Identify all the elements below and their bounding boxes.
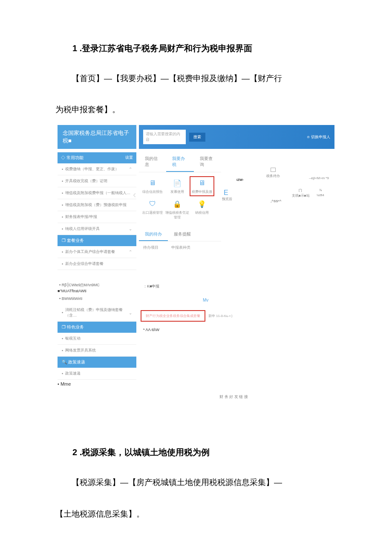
icon-cell-vat-cert[interactable]: 🔒 增值税税务凭证管理 (165, 198, 189, 221)
gear-icon[interactable]: 设置 (125, 155, 133, 161)
section2-heading: 2 .税源采集，以城镇土地使用税为例 (72, 447, 392, 458)
icon-label: 增值税税务凭证管理 (165, 210, 189, 220)
scatter-frac: ⅞ (319, 188, 322, 192)
right-scatter: iZW· 税务待办 --eβ<M>m *9 E 预览后 ,^SS*^ [°] 支… (224, 152, 334, 270)
sidebar-section-special: ❐ 特色业务 (58, 322, 136, 333)
report-icon: 🖥 (196, 178, 208, 188)
sidebar-item[interactable]: 网络发票开具系统 (58, 345, 136, 357)
sidebar-item[interactable]: 新办个体工商户综合申请套餐 (58, 246, 136, 258)
scatter-box-label: 税务待办 (266, 174, 280, 178)
top-banner: 念国家税务总局江苏省电子税■ 请输入需要搜索的内容 搜索 ⊙ 切换申报人 (58, 125, 334, 149)
mv-text: Mv (203, 298, 334, 302)
scatter-topsmall: [°] (299, 188, 302, 192)
site-title-banner: 念国家税务总局江苏省电子税■ (58, 125, 136, 149)
section2-instruction-line2: 【土地税源信息采集】。 (55, 503, 337, 525)
sidebar-item[interactable]: 税费缴纳（申报、更正、作废） (58, 163, 136, 175)
lower-right-col: ：K■申报 Mv 财产行为税全业务税务综合集成套餐 新申 11-0-t¼-<｝ … (139, 282, 334, 380)
search-button[interactable]: 搜索 (189, 133, 205, 142)
sidebar-item[interactable]: 政策速递 (58, 368, 136, 380)
search-input[interactable]: 请输入需要搜索的内容 (143, 130, 186, 144)
sidebar-item[interactable]: 纳税人信用评级开具 (58, 223, 136, 235)
tab-my-info[interactable]: 我的信息 (139, 152, 166, 172)
banner-right: 请输入需要搜索的内容 搜索 ⊙ 切换申报人 (139, 125, 334, 149)
sub-tabs: 我的待办 服务提醒 (139, 228, 221, 241)
icon-label: 税费申报及缴 (190, 189, 214, 194)
sidebar-section-package: ❐ 套餐业务 (58, 235, 136, 246)
sub-row: 待办项目 申报表种类 (139, 241, 221, 254)
icon-cell-credit[interactable]: 💡 纳税信用 (190, 198, 214, 221)
sidebar-item[interactable]: 财务报表申报/申报 (58, 211, 136, 223)
chevron-left-icon[interactable]: ‹ (133, 189, 136, 200)
icon-cell-report[interactable]: 🖥 综合信息报告 (141, 177, 164, 196)
icon-cell-export[interactable]: 🛡 出口退税管理 (141, 198, 164, 221)
scatter-ebm: --eβ<M>m *9 (309, 176, 329, 180)
section2-instruction-line1: 【税源采集】—【房产税城镇土地使用税税源信息采集】— (55, 471, 337, 494)
mme-bullet: • Mme (58, 381, 334, 386)
document-icon: 📄 (172, 178, 183, 188)
tab-handle-tax[interactable]: 我要办税 (166, 152, 193, 172)
foot-line: * ΛΛ·ttλW (143, 328, 334, 332)
tiny-note: 新申 11-0-t¼-<｝ (208, 314, 234, 318)
section1-instruction-line1: 【首页】—【我要办税】—【税费申报及缴纳】—【财产行 (55, 67, 337, 90)
tab-query[interactable]: 我要查询 (194, 152, 221, 172)
property-tax-package-link[interactable]: 财产行为税全业务税务综合集成套餐 (141, 310, 205, 322)
section1-instruction-line2: 为税申报套餐】。 (55, 98, 337, 121)
main-panel: 我的信息 我要办税 我要查询 ‹ 🖥 综合信息报告 📄 发票使用 🖥 税费申报及… (139, 152, 221, 270)
sidebar-item[interactable]: 增值税及附加税（费）预缴税款申报 (58, 199, 136, 211)
sidebar-item[interactable]: 银税互动 (58, 333, 136, 345)
main-tabs: 我的信息 我要办税 我要查询 (139, 152, 221, 172)
switch-user-link[interactable]: ⊙ 切换申报人 (307, 134, 330, 140)
subtab-todo[interactable]: 我的待办 (139, 228, 168, 241)
lower-fragment: • Rβ⎥CWte9∏MΛn9MC ■"MUATftratAWti • BWWt… (58, 282, 334, 380)
sidebar-item[interactable]: 开具税收完税（费）证明 (58, 175, 136, 187)
shield-icon: 🛡 (147, 199, 158, 209)
lower-left-col: • Rβ⎥CWte9∏MΛn9MC ■"MUATftratAWti • BWWt… (58, 282, 136, 380)
col-todo-item: 待办项目 (143, 245, 159, 250)
sidebar-header-label: ◇ 常用功能 (61, 155, 84, 161)
subtab-service-alert[interactable]: 服务提醒 (168, 228, 197, 241)
icon-label: 综合信息报告 (141, 189, 164, 194)
icon-grid: ‹ 🖥 综合信息报告 📄 发票使用 🖥 税费申报及缴 🛡 出口退税管理 (139, 172, 221, 226)
screenshot-region-1: 念国家税务总局江苏省电子税■ 请输入需要搜索的内容 搜索 ⊙ 切换申报人 ◇ 常… (58, 125, 334, 400)
sidebar-section-policy: 🔍 政策速递 (58, 357, 136, 368)
scatter-ss: ,^SS*^ (271, 199, 281, 203)
sidebar-item[interactable]: 增值税及附加税费申报（一般纳税人… (58, 187, 136, 199)
icon-label: 发票使用 (165, 189, 189, 194)
bulb-icon: 💡 (196, 199, 208, 209)
friendly-links-label: 财 务 好 友 链 接 (219, 394, 334, 400)
scatter-e-label: 预览后 (222, 197, 232, 201)
monitor-icon: 🖥 (147, 178, 158, 188)
scatter-tft: ⅛tft4 (317, 193, 324, 197)
section1-heading: 1 .登录江苏省电子税务局财产和行为税申报界面 (72, 43, 392, 54)
lock-icon: 🔒 (172, 199, 183, 209)
checkbox-icon[interactable] (271, 168, 276, 172)
sidebar: ◇ 常用功能 设置 税费缴纳（申报、更正、作废） 开具税收完税（费）证明 增值税… (58, 152, 136, 270)
icon-cell-tax-declare[interactable]: 🖥 税费申报及缴 (190, 177, 214, 196)
content-row: ◇ 常用功能 设置 税费缴纳（申报、更正、作废） 开具税收完税（费）证明 增值税… (58, 152, 334, 270)
lf-bullet: • BWWtitWirtI (58, 296, 136, 302)
sidebar-header-common: ◇ 常用功能 设置 (58, 152, 136, 163)
sidebar-item[interactable]: 消耗注销税（费）申报及缴纳套餐（含… (58, 304, 136, 322)
scatter-topsmall2: 支线■示■站 (292, 193, 310, 198)
k-declare-label: ：K■申报 (143, 284, 334, 289)
lf-bullet: • Rβ⎥CWte9∏MΛn9MC (58, 282, 136, 288)
scatter-izw: iZW· (236, 178, 244, 182)
icon-label: 纳税信用 (190, 210, 214, 215)
col-report-type: 申报表种类 (171, 245, 190, 250)
scatter-E: E (224, 189, 228, 197)
lf-para: ■"MUATftratAWti (58, 289, 136, 293)
icon-label: 出口退税管理 (141, 210, 164, 215)
sidebar-item[interactable]: 新办企业综合申请套餐 (58, 258, 136, 270)
icon-cell-invoice[interactable]: 📄 发票使用 (165, 177, 189, 196)
